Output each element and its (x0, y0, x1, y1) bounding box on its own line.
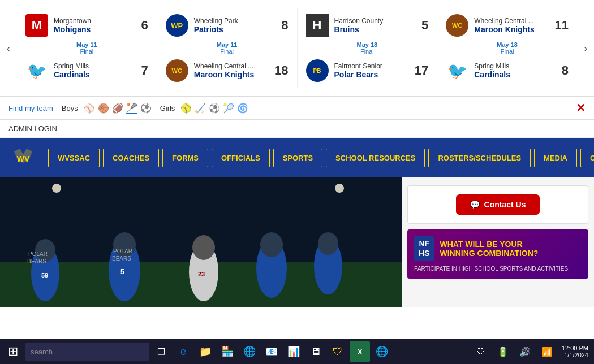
game2-date: May 11 (217, 41, 238, 48)
team2-info: Wheeling Central ... Maroon Knights (194, 62, 269, 79)
team2-org: Fairmont Senior (334, 62, 409, 70)
svg-point-14 (192, 235, 215, 260)
nav-forms[interactable]: FORMS (162, 149, 208, 167)
nav-school-resources[interactable]: SCHOOL RESOURCES (326, 149, 425, 167)
team1-score: 8 (281, 18, 288, 33)
team2-row: PB Fairmont Senior Polar Bears 17 (306, 59, 429, 82)
lacrosse-icon[interactable]: 🥍 (126, 102, 137, 114)
game2-status: Final (220, 48, 234, 55)
score-game-4: WC Wheeling Central ... Maroon Knights 1… (437, 8, 577, 88)
svg-point-4 (52, 184, 61, 193)
main-content: 59 5 23 POLAR BEARS POLAR BEARS 💬 (0, 177, 594, 307)
team1-name: Maroon Knights (474, 25, 549, 34)
close-sports-icon[interactable]: ✕ (576, 101, 586, 115)
team2-info: Spring Mills Cardinals (474, 62, 556, 79)
team2-logo: PB (306, 59, 329, 82)
game2-meta: May 11 Final (166, 41, 289, 55)
svg-text:5: 5 (120, 267, 124, 276)
nav-items: WVSSAC COACHES FORMS OFFICIALS SPORTS SC… (46, 144, 594, 172)
admin-login-link[interactable]: ADMIN LOGIN (8, 124, 57, 133)
nfhs-header: NFHS WHAT WILL BE YOURWINNING COMBINATIO… (414, 236, 582, 261)
team2-org: Wheeling Central ... (194, 62, 269, 70)
nav-open-dates[interactable]: OPEN DATES (580, 149, 594, 167)
svg-text:59: 59 (41, 272, 48, 279)
team2-info: Fairmont Senior Polar Bears (334, 62, 409, 79)
nav-rosters-schedules[interactable]: ROSTERS/SCHEDULES (428, 149, 531, 167)
sidebar: 💬 Contact Us NFHS WHAT WILL BE YOURWINNI… (402, 177, 594, 307)
svg-text:POLAR: POLAR (28, 251, 48, 257)
svg-point-5 (335, 184, 344, 193)
team1-name: Patriots (194, 25, 276, 34)
nav-wvssac[interactable]: WVSSAC (48, 149, 100, 167)
team2-logo: 🐦 (446, 59, 468, 82)
team2-score: 17 (415, 63, 428, 78)
svg-text:BEARS: BEARS (27, 258, 46, 265)
scores-banner: ‹ M Morgantown Mohigans 6 May 11 Final 🐦 (0, 0, 594, 97)
team2-name: Maroon Knights (194, 70, 269, 79)
team2-name: Polar Bears (334, 70, 409, 79)
game3-date: May 18 (357, 41, 378, 48)
team2-row: WC Wheeling Central ... Maroon Knights 1… (166, 59, 289, 82)
team1-org: Wheeling Central ... (474, 17, 549, 25)
girls-swim-icon[interactable]: 🌀 (237, 103, 248, 114)
team1-score: 6 (141, 18, 148, 33)
team1-score: 5 (421, 18, 428, 33)
team2-row: 🐦 Spring Mills Cardinals 8 (446, 59, 569, 82)
game3-meta: May 18 Final (306, 41, 429, 55)
nfhs-ad-banner[interactable]: NFHS WHAT WILL BE YOURWINNING COMBINATIO… (407, 229, 588, 279)
game4-status: Final (501, 48, 514, 55)
nav-sports[interactable]: SPORTS (273, 149, 322, 167)
team2-score: 8 (562, 63, 569, 78)
team-row: WP Wheeling Park Patriots 8 (166, 14, 289, 37)
team1-info: Wheeling Central ... Maroon Knights (474, 17, 549, 34)
team1-name: Mohigans (54, 25, 136, 34)
svg-text:23: 23 (198, 271, 205, 278)
team1-info: Harrison County Bruins (334, 17, 416, 34)
nav-officials[interactable]: OFFICIALS (212, 149, 270, 167)
girls-soccer-icon[interactable]: ⚽ (209, 103, 220, 114)
team2-score: 7 (141, 63, 148, 78)
team-row: H Harrison County Bruins 5 (306, 14, 429, 37)
svg-point-17 (260, 232, 283, 257)
wv-logo-svg: WV (8, 143, 38, 172)
girls-label: Girls (160, 104, 175, 112)
soccer-icon[interactable]: ⚽ (140, 103, 152, 114)
svg-text:BEARS: BEARS (112, 255, 131, 262)
game4-meta: May 18 Final (446, 41, 569, 55)
hero-image: 59 5 23 POLAR BEARS POLAR BEARS (0, 177, 402, 307)
boys-label: Boys (62, 104, 78, 112)
ssac-logo-container: WV (8, 143, 38, 172)
team1-score: 11 (555, 18, 569, 33)
girls-lacrosse-icon[interactable]: 🏑 (195, 103, 206, 114)
team2-logo: WC (166, 59, 188, 82)
team2-logo: 🐦 (25, 59, 48, 82)
nfhs-text-block: WHAT WILL BE YOURWINNING COMBINATION? (440, 240, 538, 258)
ssac-logo[interactable]: WV (0, 138, 46, 177)
team2-score: 18 (274, 63, 288, 78)
score-game-3: H Harrison County Bruins 5 May 18 Final … (298, 8, 438, 88)
svg-text:POLAR: POLAR (113, 248, 132, 254)
girls-softball-icon[interactable]: 🥎 (180, 103, 192, 114)
find-team-link[interactable]: Find my team (8, 104, 53, 112)
nav-media[interactable]: MEDIA (534, 149, 577, 167)
nfhs-tagline: WHAT WILL BE YOURWINNING COMBINATION? (440, 240, 538, 258)
prev-arrow[interactable]: ‹ (0, 0, 17, 96)
game3-status: Final (360, 48, 374, 55)
basketball-icon[interactable]: 🏀 (98, 103, 109, 114)
admin-bar: ADMIN LOGIN (0, 120, 594, 138)
football-icon[interactable]: 🏈 (112, 103, 123, 114)
next-arrow[interactable]: › (577, 0, 594, 96)
team-row: WC Wheeling Central ... Maroon Knights 1… (446, 14, 569, 37)
hero-scene-svg: 59 5 23 POLAR BEARS POLAR BEARS (0, 177, 402, 307)
nav-coaches[interactable]: COACHES (103, 149, 159, 167)
game4-date: May 18 (497, 41, 518, 48)
team1-org: Morgantown (54, 17, 136, 25)
girls-tennis-icon[interactable]: 🎾 (223, 103, 234, 114)
nfhs-logo: NFHS (414, 236, 434, 261)
contact-us-button[interactable]: 💬 Contact Us (456, 194, 540, 215)
team2-name: Cardinals (474, 70, 556, 79)
baseball-bat-icon[interactable]: ⚾ (84, 103, 95, 114)
score-game-1: M Morgantown Mohigans 6 May 11 Final 🐦 S… (17, 8, 157, 88)
score-game-2: WP Wheeling Park Patriots 8 May 11 Final… (157, 8, 298, 88)
team1-logo: H (306, 14, 329, 37)
